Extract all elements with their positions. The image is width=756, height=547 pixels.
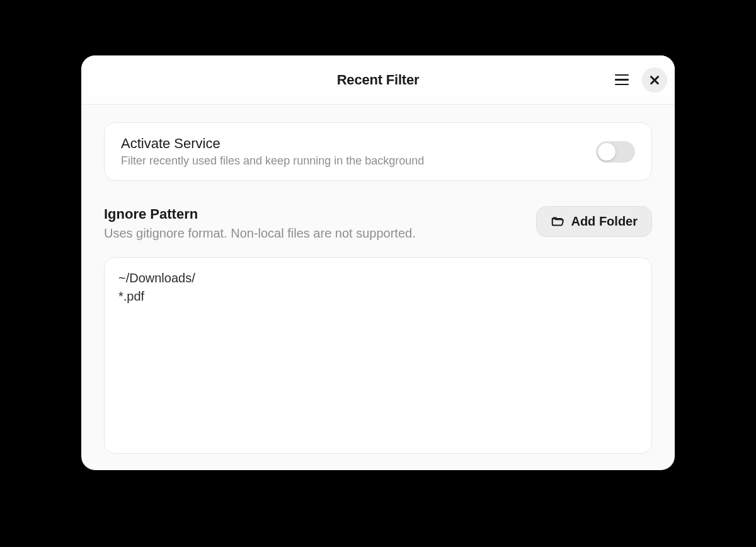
ignore-pattern-title: Ignore Pattern (104, 206, 416, 222)
toggle-knob (598, 143, 616, 161)
add-folder-label: Add Folder (571, 214, 638, 229)
menu-button[interactable] (609, 67, 634, 93)
close-icon (649, 74, 660, 86)
activate-service-toggle[interactable] (596, 141, 635, 163)
activate-service-row: Activate Service Filter recently used fi… (104, 122, 652, 181)
ignore-pattern-card (104, 257, 652, 454)
content-area: Activate Service Filter recently used fi… (81, 105, 675, 470)
ignore-pattern-header: Ignore Pattern Uses gitignore format. No… (104, 206, 652, 241)
folder-open-icon (551, 215, 564, 229)
app-window: Recent Filter Activate Service Filter re… (81, 55, 675, 470)
add-folder-button[interactable]: Add Folder (536, 206, 652, 237)
activate-service-title: Activate Service (121, 135, 424, 152)
ignore-pattern-text: Ignore Pattern Uses gitignore format. No… (104, 206, 416, 241)
activate-service-subtitle: Filter recently used files and keep runn… (121, 154, 424, 168)
ignore-pattern-textarea[interactable] (118, 269, 638, 442)
titlebar: Recent Filter (81, 55, 675, 105)
titlebar-controls (609, 67, 667, 93)
activate-service-text: Activate Service Filter recently used fi… (121, 135, 424, 168)
ignore-pattern-subtitle: Uses gitignore format. Non-local files a… (104, 226, 416, 241)
hamburger-icon (615, 74, 629, 86)
close-button[interactable] (642, 67, 667, 93)
window-title: Recent Filter (337, 72, 420, 88)
